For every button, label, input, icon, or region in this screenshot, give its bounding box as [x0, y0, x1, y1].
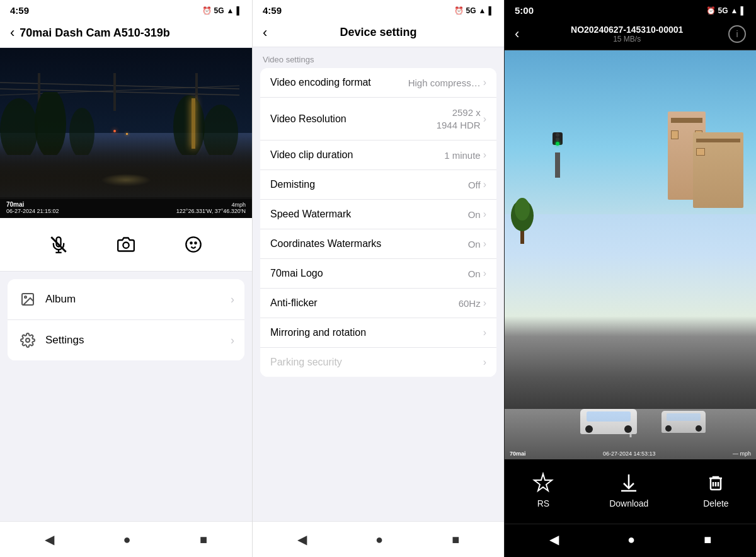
svg-point-23 [515, 198, 530, 221]
status-bar-2: 4:59 ⏰ 5G ▲ ▌ [253, 0, 504, 18]
back-button-1[interactable]: ‹ [10, 25, 14, 41]
signal-icon-3: ▲ [731, 6, 738, 15]
alarm-icon-2: ⏰ [454, 6, 464, 15]
menu-section: Album › Settings › [8, 279, 244, 360]
p3-logo: 70mai [510, 451, 526, 457]
video-back-button[interactable]: ‹ [515, 26, 519, 42]
demisting-row[interactable]: Demisting Off › [260, 170, 496, 200]
p3-timestamp: 06-27-2024 14:53:13 [603, 451, 656, 457]
back-nav-1[interactable]: ◀ [45, 532, 54, 547]
camera-button[interactable] [112, 231, 140, 258]
speed-watermark-row[interactable]: Speed Watermark On › [260, 200, 496, 229]
demisting-chevron: › [483, 179, 486, 190]
mirroring-chevron: › [483, 327, 486, 338]
download-label: Download [609, 498, 648, 508]
camera-preview[interactable]: 70mai 06-27-2024 21:15:02 4mph 122°26.33… [0, 48, 252, 218]
cam-logo-text: 70mai [6, 201, 59, 208]
album-icon [18, 289, 38, 309]
download-button[interactable]: Download [609, 472, 648, 508]
quick-actions-row [0, 218, 252, 272]
rs-button[interactable]: RS [532, 472, 554, 508]
speed-watermark-chevron: › [483, 209, 486, 220]
album-chevron: › [231, 293, 234, 306]
svg-point-20 [26, 338, 30, 342]
settings-menu-item[interactable]: Settings › [8, 320, 244, 360]
recents-nav-1[interactable]: ■ [200, 532, 207, 547]
video-settings-label: Video settings [253, 47, 504, 68]
cam-coords: 122°26.331'W, 37°46.320'N [176, 208, 246, 214]
coordinates-watermarks-value: On [468, 239, 481, 250]
delete-icon [704, 472, 727, 495]
video-resolution-chevron: › [483, 113, 486, 125]
parking-security-row[interactable]: Parking security › [260, 348, 496, 377]
video-resolution-label: Video Resolution [270, 113, 437, 125]
speed-watermark-label: Speed Watermark [270, 209, 468, 220]
cam-datetime: 06-27-2024 21:15:02 [6, 208, 59, 214]
back-nav-2[interactable]: ◀ [297, 532, 307, 547]
speed-watermark-value: On [468, 209, 481, 220]
cam-road [0, 149, 252, 199]
home-nav-1[interactable]: ● [123, 532, 130, 547]
video-preview[interactable]: 70mai 06-27-2024 14:53:13 — mph [505, 50, 756, 459]
svg-point-16 [190, 243, 192, 244]
recents-nav-2[interactable]: ■ [452, 532, 459, 547]
video-filename: NO20240627-145310-00001 [525, 25, 728, 35]
bottom-nav-1: ◀ ● ■ [0, 521, 252, 557]
settings-card: Video encoding format High compress… › V… [260, 68, 496, 377]
recents-nav-3[interactable]: ■ [704, 532, 711, 547]
parking-security-label: Parking security [270, 357, 481, 368]
mirroring-row[interactable]: Mirroring and rotation › [260, 318, 496, 348]
video-title-block: NO20240627-145310-00001 15 MB/s [525, 25, 728, 43]
tree-left [510, 193, 535, 246]
panel-device-settings: 4:59 ⏰ 5G ▲ ▌ ‹ Device setting Video set… [252, 0, 504, 557]
time-2: 4:59 [263, 5, 282, 16]
time-3: 5:00 [515, 5, 534, 16]
coordinates-watermarks-row[interactable]: Coordinates Watermarks On › [260, 229, 496, 259]
rs-icon [532, 472, 554, 495]
home-nav-2[interactable]: ● [375, 532, 383, 547]
p3-speed-meta: — mph [733, 451, 751, 457]
delete-button[interactable]: Delete [703, 472, 728, 508]
home-nav-3[interactable]: ● [627, 532, 635, 547]
mirroring-label: Mirroring and rotation [270, 327, 481, 338]
panel-video-player: 5:00 ⏰ 5G ▲ ▌ ‹ NO20240627-145310-00001 … [504, 0, 756, 557]
antiflicker-label: Anti-flicker [270, 297, 459, 309]
video-encoding-value: High compress… [408, 78, 481, 88]
video-clip-row[interactable]: Video clip duration 1 minute › [260, 141, 496, 170]
battery-icon: ▌ [236, 6, 242, 15]
video-resolution-value: 2592 x1944 HDR [437, 106, 481, 131]
album-menu-item[interactable]: Album › [8, 279, 244, 320]
svg-point-19 [25, 296, 26, 298]
video-encoding-row[interactable]: Video encoding format High compress… › [260, 68, 496, 98]
5g-icon: 5G [214, 6, 224, 15]
video-actions: RS Download [505, 459, 756, 524]
settings-back-button[interactable]: ‹ [263, 25, 267, 41]
mute-button[interactable] [45, 231, 72, 258]
face-button[interactable] [180, 231, 207, 258]
video-resolution-row[interactable]: Video Resolution 2592 x1944 HDR › [260, 98, 496, 141]
video-filesize: 15 MB/s [525, 35, 728, 43]
bottom-nav-3: ◀ ● ■ [505, 524, 756, 557]
antiflicker-chevron: › [483, 297, 486, 309]
antiflicker-row[interactable]: Anti-flicker 60Hz › [260, 289, 496, 318]
video-clip-chevron: › [483, 149, 486, 161]
back-nav-3[interactable]: ◀ [549, 532, 559, 547]
coordinates-watermarks-label: Coordinates Watermarks [270, 238, 468, 250]
car-1 [580, 409, 637, 434]
signal-icon: ▲ [227, 6, 234, 15]
svg-line-0 [0, 83, 239, 89]
status-icons-1: ⏰ 5G ▲ ▌ [202, 6, 242, 15]
logo-row[interactable]: 70mai Logo On › [260, 259, 496, 289]
album-label: Album [45, 293, 231, 306]
info-button[interactable]: i [728, 25, 746, 43]
building-right [693, 132, 743, 208]
panel-device-home: 4:59 ⏰ 5G ▲ ▌ ‹ 70mai Dash Cam A510-319b [0, 0, 252, 557]
settings-header: ‹ Device setting [253, 18, 504, 47]
status-bar-3: 5:00 ⏰ 5G ▲ ▌ [505, 0, 756, 18]
info-icon: i [736, 29, 738, 39]
logo-chevron: › [483, 268, 486, 279]
settings-icon [18, 330, 38, 350]
svg-marker-24 [534, 474, 552, 491]
bottom-nav-2: ◀ ● ■ [253, 521, 504, 557]
video-encoding-label: Video encoding format [270, 77, 408, 88]
